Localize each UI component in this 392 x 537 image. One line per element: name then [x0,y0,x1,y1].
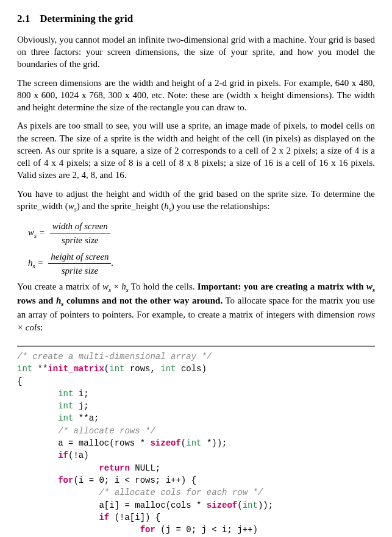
c2d: ( [104,364,109,374]
frac1-num: width of screen [50,220,110,233]
p5b: To hold the cells. [129,282,198,291]
section-title: Determining the grid [40,13,133,24]
ws-lhs: ws [28,227,37,237]
frac1-den: sprite size [50,233,110,246]
frac2-den: sprite size [48,264,111,277]
c8e: *)); [201,438,227,448]
c2f: rows, [124,364,160,374]
c14a [17,513,99,522]
c13b: sizeof [207,500,237,510]
c11b: for [58,475,73,485]
p4-part-b: ) and the sprite_height ( [77,201,164,211]
c13e: )); [258,500,273,510]
paragraph-1: Obviously, you cannot model an infinite … [17,34,375,71]
ws-inline: ws [68,201,77,211]
c2h: cols) [176,364,207,374]
c2g: int [160,364,176,374]
c8a: a = malloc(rows * [17,438,150,448]
c4b: int [58,389,73,399]
w2: w [28,227,34,237]
c7a [17,426,58,436]
p4-part-c: ) you use the relationships: [171,201,270,211]
h: h [164,201,169,211]
c2a: int [17,364,32,374]
c9c: (!a) [68,450,89,460]
p5c: Important: you are creating a matrix wit… [198,282,366,291]
period: . [111,258,113,268]
hs-inline: hs [164,201,171,211]
section-heading: 2.1Determining the grid [17,12,375,26]
c2b: ** [32,364,48,374]
frac-hs: height of screensprite size [48,251,111,277]
c10c: NULL; [130,463,160,473]
c10b: return [99,463,129,473]
c13a: a[i] = malloc(cols * [17,500,207,510]
c13d: int [243,500,258,510]
c9b: if [58,450,68,460]
c4c: i; [73,389,88,399]
p5g: : [40,322,43,332]
w4-sub: s [372,286,375,293]
w4: w [366,282,372,291]
paragraph-4: You have to adjust the height and width … [17,188,375,214]
hs-inline3: hs [56,296,63,305]
c10a [17,463,99,473]
times1: × [111,282,121,291]
paragraph-3: As pixels are too small to see, you will… [17,119,375,181]
eq2: = [35,258,46,268]
formula-ws: ws = width of screensprite size [28,220,375,247]
c5c: j; [73,401,88,411]
c14c: (!a[i]) { [109,513,160,522]
c8d: int [186,438,201,448]
w3: w [102,282,109,291]
c5a [17,401,58,411]
c6a [17,413,58,423]
ws-inline3: ws [366,282,375,291]
c11a [17,475,58,485]
section-number: 2.1 [17,13,30,24]
hs-lhs: hs [28,258,35,268]
paragraph-2: The screen dimensions are the width and … [17,77,375,114]
p5e: columns and not the other way around. [63,296,223,305]
p5a: You create a matrix of [17,282,102,291]
c2e: int [109,364,124,374]
code-block: /* create a multi-dimensional array */ i… [17,346,375,537]
c9a [17,450,58,460]
c15a [17,525,140,535]
c15b: for [140,525,155,535]
p5d: rows and [17,296,56,305]
c12b: /* allocate cols for each row */ [99,488,263,497]
c6b: int [58,413,73,423]
c15c: (j = 0; j < i; j++) [155,525,258,535]
c14b: if [99,513,109,522]
ws-inline2: ws [102,282,111,291]
c8b: sizeof [150,438,180,448]
c11c: (i = 0; i < rows; i++) { [73,475,196,485]
c8c: ( [181,438,186,448]
formula-hs: hs = height of screensprite size. [28,251,375,277]
c12a [17,488,99,497]
c3: { [17,377,22,386]
code-comment-1: /* create a multi-dimensional array */ [17,352,212,361]
frac-ws: width of screensprite size [50,220,110,247]
c7b: /* allocate rows */ [58,426,155,436]
paragraph-5: You create a matrix of ws × hs To hold t… [17,280,375,333]
h2: h [28,258,33,268]
c5b: int [58,401,73,411]
c13c: ( [237,500,242,510]
frac2-num: height of screen [48,251,111,264]
hs-inline2: hs [121,282,129,291]
c6c: **a; [73,413,99,423]
c2c: init_matrix [48,364,104,374]
c4a [17,389,58,399]
h3: h [121,282,126,291]
eq1: = [37,227,48,237]
w: w [68,201,74,211]
